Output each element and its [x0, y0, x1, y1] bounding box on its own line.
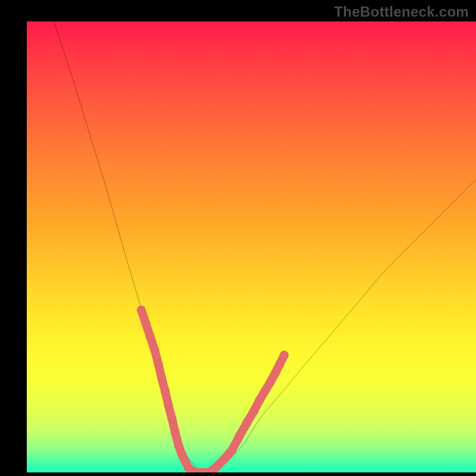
- highlight-dot: [266, 378, 275, 387]
- highlight-dot: [275, 360, 284, 369]
- highlight-dot: [255, 396, 264, 405]
- attribution-text: TheBottleneck.com: [334, 4, 469, 20]
- highlight-dot: [280, 350, 289, 359]
- chart-plot-area: [27, 21, 476, 472]
- highlight-dot: [146, 333, 155, 342]
- highlight-dot: [220, 455, 229, 464]
- highlight-dot: [261, 387, 270, 396]
- highlight-dot: [142, 319, 151, 328]
- highlight-dot: [211, 464, 220, 472]
- highlight-dot: [164, 400, 173, 409]
- highlight-dot: [227, 446, 236, 455]
- highlight-dot: [174, 441, 183, 450]
- highlight-dot: [167, 414, 176, 422]
- chart-svg: [27, 21, 476, 472]
- chart-frame: TheBottleneck.com: [0, 0, 476, 476]
- highlight-dot: [154, 360, 163, 369]
- highlight-dots-layer: [137, 306, 289, 472]
- highlight-dot: [242, 418, 251, 427]
- highlight-dot: [161, 387, 170, 396]
- highlight-dot: [157, 373, 166, 382]
- highlight-dot: [271, 369, 280, 378]
- highlight-dot: [249, 407, 258, 416]
- highlight-dot: [137, 306, 146, 315]
- highlight-dot: [151, 346, 159, 355]
- highlight-dot: [177, 450, 186, 459]
- highlight-dot: [171, 427, 180, 436]
- bottleneck-curve-path: [54, 21, 476, 472]
- highlight-dot: [235, 432, 244, 441]
